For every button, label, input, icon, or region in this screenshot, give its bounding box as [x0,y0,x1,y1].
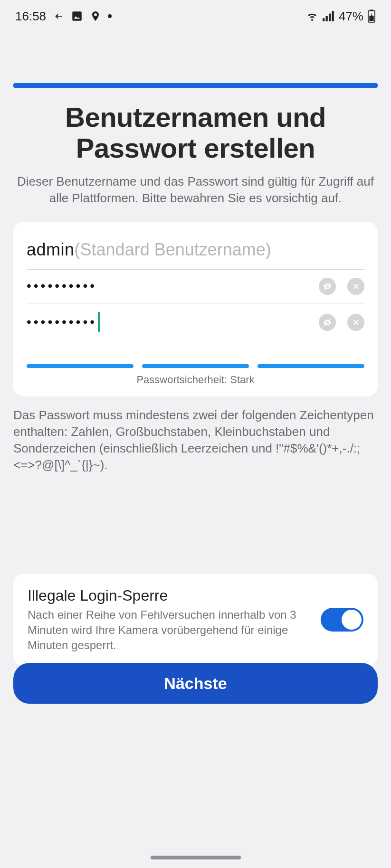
page-title: Benutzernamen und Passwort erstellen [13,102,378,164]
status-bar: 16:58 47% [0,0,391,32]
arrow-icon [53,10,64,22]
wifi-icon [305,10,319,22]
status-right: 47% [305,9,376,24]
username-suffix: (Standard Benutzername) [75,240,271,260]
location-icon [90,9,101,23]
lock-toggle[interactable] [321,608,363,632]
password-hint: Das Passwort muss mindestens zwei der fo… [13,407,378,473]
signal-icon [323,11,335,21]
strength-label: Passwortsicherheit: Stark [27,374,364,386]
illegal-login-lock-card: Illegale Login-Sperre Nach einer Reihe v… [13,574,378,666]
clear-icon[interactable] [347,278,364,295]
clock: 16:58 [15,9,46,24]
battery-icon [367,9,376,23]
text-cursor [98,312,100,332]
strength-bar-1 [27,364,134,368]
toggle-knob [342,610,362,630]
password-field[interactable]: •••••••••• [27,270,364,303]
password-confirm-masked: •••••••••• [27,314,97,330]
username-value: admin [27,240,75,260]
lock-title: Illegale Login-Sperre [28,587,311,604]
svg-rect-4 [332,11,334,21]
svg-rect-7 [369,16,373,21]
image-icon [71,10,83,22]
eye-off-icon[interactable] [319,314,336,331]
page-content: Benutzernamen und Passwort erstellen Die… [13,102,378,473]
lock-description: Nach einer Reihe von Fehlversuchen inner… [28,607,311,653]
clear-icon[interactable] [347,314,364,331]
strength-bars [27,364,364,368]
strength-bar-3 [257,364,364,368]
dot-icon [108,14,112,18]
username-field[interactable]: admin(Standard Benutzername) [27,237,364,270]
password-masked: •••••••••• [27,278,97,293]
progress-bar [13,83,378,88]
eye-off-icon[interactable] [319,278,336,295]
status-left: 16:58 [15,9,112,24]
strength-bar-2 [142,364,249,368]
password-confirm-field[interactable]: •••••••••• [27,303,364,341]
svg-rect-2 [325,16,327,21]
nav-indicator[interactable] [151,856,241,859]
svg-rect-6 [371,9,373,10]
battery-percent: 47% [339,9,363,24]
credentials-card: admin(Standard Benutzername) •••••••••• … [13,222,378,396]
next-button[interactable]: Nächste [13,663,378,704]
svg-rect-1 [323,18,324,21]
svg-rect-0 [72,11,82,21]
page-subtitle: Dieser Benutzername und das Passwort sin… [13,173,378,207]
svg-rect-3 [329,14,331,21]
